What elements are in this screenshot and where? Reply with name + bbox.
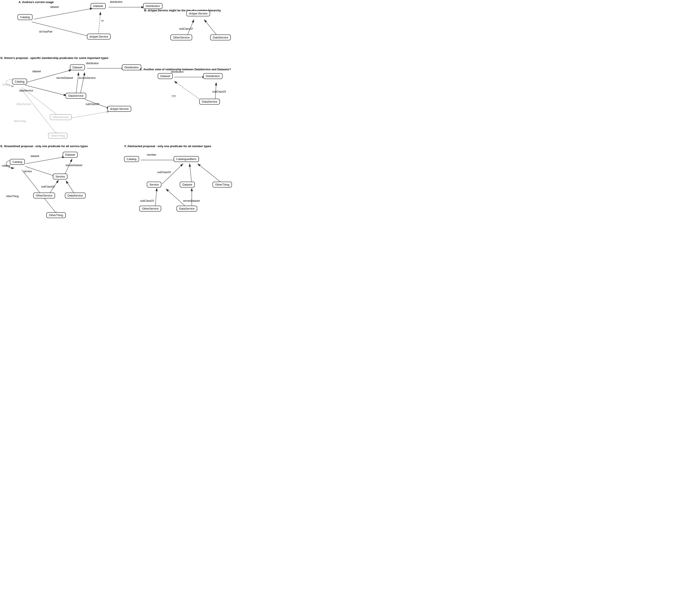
label-e-subclassof: subClassOf: [41, 185, 55, 188]
node-f-catalog: Catalog: [124, 156, 139, 162]
label-e-otherthing: otherThing: [6, 195, 19, 198]
diagram-container: A. Andrea's current usage Catalog Datase…: [0, 0, 253, 223]
node-c-dataservice: DataService: [199, 99, 220, 105]
label-d-distribution: distribution: [86, 62, 99, 65]
node-e-otherthing: OtherThing: [46, 212, 66, 218]
svg-line-22: [22, 170, 57, 215]
label-b-subclassof: subClassOf: [179, 27, 193, 30]
label-f-member: member: [147, 153, 156, 156]
node-d-distribution: Distribution: [122, 64, 141, 70]
svg-line-23: [65, 159, 72, 175]
node-d-otherthing: OtherThing: [48, 133, 68, 139]
title-a: A. Andrea's current usage: [19, 0, 54, 4]
node-a-catalog: Catalog: [18, 14, 32, 20]
label-e-catalog: catalog: [2, 164, 10, 167]
node-a-dataset: Dataset: [91, 3, 106, 9]
label-f-subclassof: subClassOf: [157, 171, 171, 174]
svg-line-14: [80, 73, 85, 94]
label-e-servesdataset: servesDataset: [66, 164, 82, 167]
label-a-distribution: distribution: [110, 0, 123, 3]
label-d-servesdataset: servesDataset: [56, 76, 73, 79]
label-c-subclassof: subClassOf: [212, 90, 226, 93]
node-d-dataset: Dataset: [70, 64, 85, 70]
node-e-otherservice: OtherService: [33, 192, 55, 199]
node-f-service: Service: [147, 182, 161, 187]
label-d-dataservice: dataService: [19, 89, 33, 92]
title-d: D. Simon's proposal - specific membershi…: [0, 56, 108, 60]
label-a-qq: ??: [101, 20, 104, 23]
node-c-dataset: Dataset: [158, 73, 173, 79]
label-d-accessservice: accessService: [79, 76, 96, 79]
label-d-catalog: catalog: [2, 83, 10, 86]
svg-line-31: [166, 189, 188, 208]
node-b-otherservice: OtherService: [170, 34, 192, 41]
node-d-catalog: Catalog: [12, 79, 27, 84]
label-e-dataset: dataset: [31, 155, 39, 158]
label-f-subclassof2: subClassOf: [140, 199, 154, 202]
svg-line-16: [66, 111, 110, 119]
svg-line-30: [155, 188, 157, 208]
title-f: F. Abstracted proposal - only one predic…: [124, 145, 211, 148]
label-d-otherservice: otherService: [16, 103, 31, 106]
svg-line-13: [76, 73, 79, 94]
node-e-catalog: Catalog: [10, 159, 25, 165]
node-c-distribution: Distribution: [203, 73, 223, 79]
svg-line-7: [204, 20, 218, 37]
node-d-otherservice: OtherService: [50, 114, 72, 120]
svg-line-29: [198, 164, 223, 184]
node-d-dcservice: dctype:Service: [107, 106, 131, 112]
svg-line-11: [21, 88, 57, 135]
node-e-dataset: Dataset: [63, 152, 78, 158]
svg-line-27: [162, 164, 183, 184]
node-b-dcservice: dctype:Service: [186, 10, 210, 16]
node-a-distribution: Distribution: [143, 3, 162, 9]
node-f-otherthing: OtherThing: [212, 182, 232, 187]
node-e-service: Service: [53, 174, 68, 180]
label-d-subclassof: subClassOf: [85, 103, 99, 106]
svg-line-28: [190, 164, 192, 184]
svg-line-19: [174, 81, 202, 101]
label-d-dataset: dataset: [32, 70, 41, 73]
label-a-haspart: dct:hasPart: [39, 30, 52, 33]
label-d-otherthing: otherThing: [14, 120, 26, 123]
label-c-qqq: ???: [171, 95, 176, 98]
node-d-dataservice: DataService: [66, 93, 86, 99]
label-c-distribution: distribution: [171, 70, 184, 73]
node-f-catalogitem: CataloguedItem: [174, 156, 199, 162]
label-a-dataset: dataset: [50, 5, 59, 8]
svg-line-2: [34, 8, 93, 19]
svg-line-3: [32, 22, 91, 37]
svg-line-5: [98, 12, 100, 36]
node-f-dataset: Dataset: [180, 182, 195, 187]
node-b-dataservice: DataService: [210, 34, 231, 41]
node-f-dataservice: DataService: [176, 206, 197, 212]
label-e-service: service: [24, 170, 32, 173]
node-a-service: dctype:Service: [87, 34, 111, 40]
title-c: C. Another view of relationship between …: [140, 68, 231, 71]
node-e-dataservice: DataService: [65, 192, 85, 199]
svg-line-20: [26, 157, 65, 164]
label-f-servesdataset: servesDataset: [183, 199, 200, 202]
node-f-otherservice: OtherService: [139, 206, 161, 212]
title-e: E. Streamlined proposal - only one predi…: [0, 145, 88, 148]
